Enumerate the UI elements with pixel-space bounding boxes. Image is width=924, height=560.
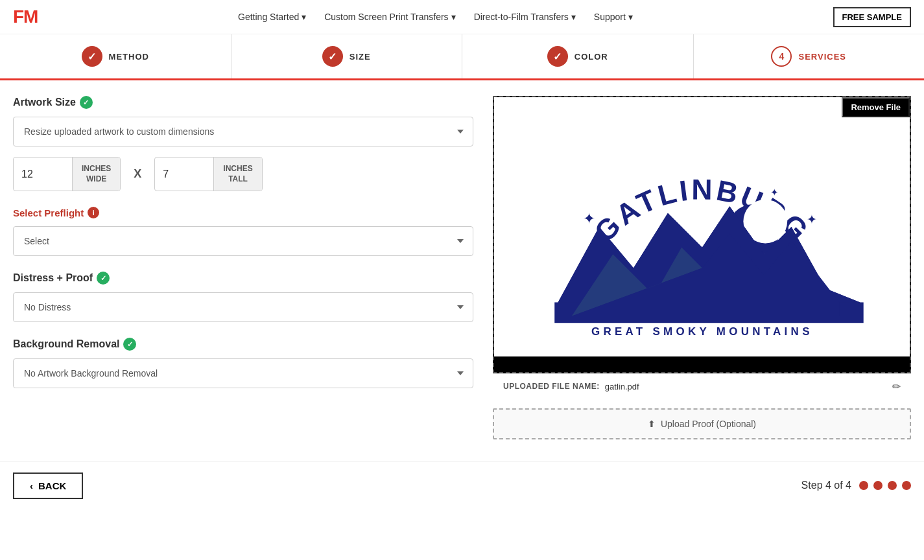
step-dot-4 (902, 481, 911, 490)
background-removal-check-icon: ✓ (123, 338, 136, 351)
background-removal-section: Background Removal ✓ No Artwork Backgrou… (13, 338, 473, 388)
svg-text:✦: ✦ (770, 187, 778, 198)
background-removal-dropdown[interactable]: No Artwork Background Removal (13, 358, 473, 388)
nav-dtf-transfers[interactable]: Direct-to-Film Transfers ▾ (468, 8, 582, 26)
step-text: Step 4 of 4 (801, 480, 851, 491)
upload-icon: ⬆ (648, 419, 656, 429)
artwork-image-area: GATLINBURG ✦ ✦ ✦ (494, 97, 910, 356)
file-name: gatlin.pdf (605, 382, 639, 391)
step-method-label: METHOD (109, 52, 149, 62)
progress-bar: ✓ METHOD ✓ SIZE ✓ COLOR 4 SERVICES (0, 34, 924, 80)
step-dot-2 (873, 481, 883, 490)
select-preflight-title: Select Preflight i (13, 207, 473, 218)
artwork-size-dropdown[interactable]: Resize uploaded artwork to custom dimens… (13, 117, 473, 146)
file-info-left: UPLOADED FILE NAME: gatlin.pdf (503, 382, 639, 391)
preflight-info-icon[interactable]: i (88, 207, 99, 218)
step-dots (859, 481, 911, 490)
artwork-size-section: Artwork Size ✓ Resize uploaded artwork t… (13, 96, 473, 191)
edit-file-icon[interactable]: ✏ (892, 380, 901, 393)
method-check-icon: ✓ (82, 46, 102, 67)
file-label: UPLOADED FILE NAME: (503, 382, 600, 391)
left-panel: Artwork Size ✓ Resize uploaded artwork t… (13, 96, 473, 439)
artwork-size-title: Artwork Size ✓ (13, 96, 473, 109)
artwork-preview-container: Remove File GATLINBURG ✦ ✦ ✦ (493, 96, 911, 373)
height-input[interactable] (155, 159, 213, 189)
artwork-size-check-icon: ✓ (80, 96, 93, 109)
select-preflight-dropdown[interactable]: Select (13, 226, 473, 256)
width-label: INCHESWIDE (72, 158, 120, 191)
nav: Getting Started ▾ Custom Screen Print Tr… (38, 8, 833, 26)
svg-text:GREAT SMOKY MOUNTAINS: GREAT SMOKY MOUNTAINS (591, 325, 813, 338)
x-separator: X (121, 167, 154, 181)
footer: ‹ BACK Step 4 of 4 (0, 461, 924, 509)
width-input[interactable] (14, 159, 72, 189)
select-preflight-section: Select Preflight i Select (13, 207, 473, 256)
step-indicator: Step 4 of 4 (801, 480, 911, 491)
distress-proof-title: Distress + Proof ✓ (13, 272, 473, 285)
nav-support[interactable]: Support ▾ (587, 8, 639, 26)
height-input-group: INCHESTALL (154, 157, 262, 191)
step-method[interactable]: ✓ METHOD (0, 34, 231, 78)
step-dot-3 (888, 481, 897, 490)
free-sample-button[interactable]: FREE SAMPLE (833, 7, 911, 27)
step-color-label: COLOR (575, 52, 608, 62)
background-removal-title: Background Removal ✓ (13, 338, 473, 351)
dimensions-row: INCHESWIDE X INCHESTALL (13, 157, 473, 191)
step-services-label: SERVICES (798, 52, 846, 62)
svg-text:✦: ✦ (807, 213, 817, 226)
width-input-group: INCHESWIDE (13, 157, 121, 191)
main-content: Artwork Size ✓ Resize uploaded artwork t… (0, 80, 924, 455)
svg-text:✦: ✦ (582, 210, 595, 227)
logo: FM (13, 6, 38, 27)
preview-black-bar (494, 356, 910, 372)
right-panel: Remove File GATLINBURG ✦ ✦ ✦ (493, 96, 911, 439)
back-button[interactable]: ‹ BACK (13, 472, 83, 499)
services-step-number: 4 (771, 46, 792, 67)
distress-proof-section: Distress + Proof ✓ No Distress (13, 272, 473, 322)
step-size-label: SIZE (349, 52, 371, 62)
remove-file-button[interactable]: Remove File (842, 97, 910, 117)
step-dot-1 (859, 481, 868, 490)
size-check-icon: ✓ (322, 46, 343, 67)
artwork-svg: GATLINBURG ✦ ✦ ✦ (517, 110, 888, 344)
file-info-bar: UPLOADED FILE NAME: gatlin.pdf ✏ (493, 373, 911, 399)
color-check-icon: ✓ (547, 46, 568, 67)
step-color[interactable]: ✓ COLOR (462, 34, 694, 78)
step-services[interactable]: 4 SERVICES (694, 34, 925, 78)
upload-proof-button[interactable]: ⬆ Upload Proof (Optional) (493, 408, 911, 439)
back-arrow-icon: ‹ (30, 480, 33, 491)
height-label: INCHESTALL (213, 158, 261, 191)
nav-getting-started[interactable]: Getting Started ▾ (231, 8, 313, 26)
header: FM Getting Started ▾ Custom Screen Print… (0, 0, 924, 34)
nav-custom-screen-print[interactable]: Custom Screen Print Transfers ▾ (318, 8, 462, 26)
distress-proof-dropdown[interactable]: No Distress (13, 292, 473, 322)
step-size[interactable]: ✓ SIZE (231, 34, 463, 78)
distress-proof-check-icon: ✓ (97, 272, 110, 285)
